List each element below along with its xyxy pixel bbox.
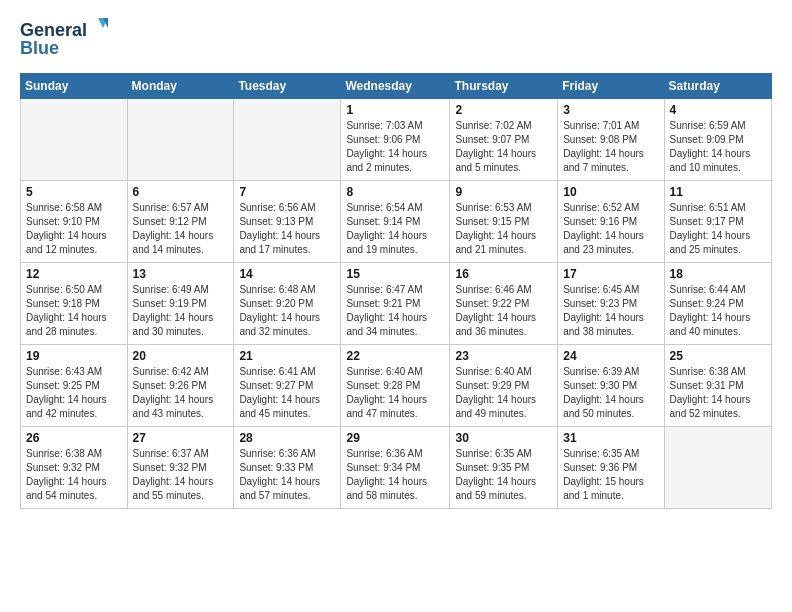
weekday-header-row: SundayMondayTuesdayWednesdayThursdayFrid…: [21, 74, 772, 99]
day-info: Sunrise: 6:40 AM Sunset: 9:28 PM Dayligh…: [346, 365, 444, 421]
day-info: Sunrise: 6:59 AM Sunset: 9:09 PM Dayligh…: [670, 119, 766, 175]
weekday-header-monday: Monday: [127, 74, 234, 99]
logo-svg: General Blue: [20, 16, 110, 61]
day-info: Sunrise: 6:50 AM Sunset: 9:18 PM Dayligh…: [26, 283, 122, 339]
logo: General Blue: [20, 16, 110, 61]
header: General Blue: [20, 16, 772, 61]
day-number: 25: [670, 349, 766, 363]
page: General Blue SundayMondayTuesdayWednesda…: [0, 0, 792, 519]
day-number: 18: [670, 267, 766, 281]
day-info: Sunrise: 6:35 AM Sunset: 9:36 PM Dayligh…: [563, 447, 658, 503]
day-info: Sunrise: 7:03 AM Sunset: 9:06 PM Dayligh…: [346, 119, 444, 175]
weekday-header-thursday: Thursday: [450, 74, 558, 99]
day-info: Sunrise: 6:56 AM Sunset: 9:13 PM Dayligh…: [239, 201, 335, 257]
day-info: Sunrise: 6:35 AM Sunset: 9:35 PM Dayligh…: [455, 447, 552, 503]
day-info: Sunrise: 6:36 AM Sunset: 9:33 PM Dayligh…: [239, 447, 335, 503]
day-number: 21: [239, 349, 335, 363]
day-info: Sunrise: 6:38 AM Sunset: 9:31 PM Dayligh…: [670, 365, 766, 421]
calendar-cell: 8Sunrise: 6:54 AM Sunset: 9:14 PM Daylig…: [341, 181, 450, 263]
calendar-cell: 6Sunrise: 6:57 AM Sunset: 9:12 PM Daylig…: [127, 181, 234, 263]
day-number: 26: [26, 431, 122, 445]
day-info: Sunrise: 6:42 AM Sunset: 9:26 PM Dayligh…: [133, 365, 229, 421]
calendar-cell: 27Sunrise: 6:37 AM Sunset: 9:32 PM Dayli…: [127, 427, 234, 509]
calendar-cell: 29Sunrise: 6:36 AM Sunset: 9:34 PM Dayli…: [341, 427, 450, 509]
day-info: Sunrise: 7:01 AM Sunset: 9:08 PM Dayligh…: [563, 119, 658, 175]
calendar-cell: 20Sunrise: 6:42 AM Sunset: 9:26 PM Dayli…: [127, 345, 234, 427]
day-info: Sunrise: 6:36 AM Sunset: 9:34 PM Dayligh…: [346, 447, 444, 503]
day-info: Sunrise: 6:45 AM Sunset: 9:23 PM Dayligh…: [563, 283, 658, 339]
calendar-cell: 15Sunrise: 6:47 AM Sunset: 9:21 PM Dayli…: [341, 263, 450, 345]
calendar-cell: 17Sunrise: 6:45 AM Sunset: 9:23 PM Dayli…: [558, 263, 664, 345]
day-number: 13: [133, 267, 229, 281]
calendar-cell: 22Sunrise: 6:40 AM Sunset: 9:28 PM Dayli…: [341, 345, 450, 427]
day-info: Sunrise: 6:53 AM Sunset: 9:15 PM Dayligh…: [455, 201, 552, 257]
calendar-cell: 4Sunrise: 6:59 AM Sunset: 9:09 PM Daylig…: [664, 99, 771, 181]
week-row-1: 5Sunrise: 6:58 AM Sunset: 9:10 PM Daylig…: [21, 181, 772, 263]
day-number: 5: [26, 185, 122, 199]
weekday-header-tuesday: Tuesday: [234, 74, 341, 99]
week-row-3: 19Sunrise: 6:43 AM Sunset: 9:25 PM Dayli…: [21, 345, 772, 427]
day-number: 23: [455, 349, 552, 363]
day-info: Sunrise: 6:41 AM Sunset: 9:27 PM Dayligh…: [239, 365, 335, 421]
day-info: Sunrise: 6:47 AM Sunset: 9:21 PM Dayligh…: [346, 283, 444, 339]
day-info: Sunrise: 6:40 AM Sunset: 9:29 PM Dayligh…: [455, 365, 552, 421]
weekday-header-wednesday: Wednesday: [341, 74, 450, 99]
calendar-cell: [664, 427, 771, 509]
day-number: 9: [455, 185, 552, 199]
day-number: 27: [133, 431, 229, 445]
day-info: Sunrise: 6:58 AM Sunset: 9:10 PM Dayligh…: [26, 201, 122, 257]
calendar-cell: 25Sunrise: 6:38 AM Sunset: 9:31 PM Dayli…: [664, 345, 771, 427]
calendar-cell: 24Sunrise: 6:39 AM Sunset: 9:30 PM Dayli…: [558, 345, 664, 427]
calendar-cell: 14Sunrise: 6:48 AM Sunset: 9:20 PM Dayli…: [234, 263, 341, 345]
day-number: 11: [670, 185, 766, 199]
calendar-cell: 9Sunrise: 6:53 AM Sunset: 9:15 PM Daylig…: [450, 181, 558, 263]
weekday-header-friday: Friday: [558, 74, 664, 99]
weekday-header-sunday: Sunday: [21, 74, 128, 99]
week-row-2: 12Sunrise: 6:50 AM Sunset: 9:18 PM Dayli…: [21, 263, 772, 345]
calendar-cell: 26Sunrise: 6:38 AM Sunset: 9:32 PM Dayli…: [21, 427, 128, 509]
day-number: 24: [563, 349, 658, 363]
day-info: Sunrise: 6:51 AM Sunset: 9:17 PM Dayligh…: [670, 201, 766, 257]
calendar-table: SundayMondayTuesdayWednesdayThursdayFrid…: [20, 73, 772, 509]
calendar-cell: [21, 99, 128, 181]
calendar-cell: 12Sunrise: 6:50 AM Sunset: 9:18 PM Dayli…: [21, 263, 128, 345]
week-row-0: 1Sunrise: 7:03 AM Sunset: 9:06 PM Daylig…: [21, 99, 772, 181]
week-row-4: 26Sunrise: 6:38 AM Sunset: 9:32 PM Dayli…: [21, 427, 772, 509]
svg-text:Blue: Blue: [20, 38, 59, 58]
calendar-cell: 28Sunrise: 6:36 AM Sunset: 9:33 PM Dayli…: [234, 427, 341, 509]
day-info: Sunrise: 6:48 AM Sunset: 9:20 PM Dayligh…: [239, 283, 335, 339]
calendar-cell: 18Sunrise: 6:44 AM Sunset: 9:24 PM Dayli…: [664, 263, 771, 345]
day-number: 20: [133, 349, 229, 363]
calendar-cell: 1Sunrise: 7:03 AM Sunset: 9:06 PM Daylig…: [341, 99, 450, 181]
day-info: Sunrise: 6:54 AM Sunset: 9:14 PM Dayligh…: [346, 201, 444, 257]
calendar-cell: 7Sunrise: 6:56 AM Sunset: 9:13 PM Daylig…: [234, 181, 341, 263]
day-info: Sunrise: 7:02 AM Sunset: 9:07 PM Dayligh…: [455, 119, 552, 175]
svg-text:General: General: [20, 20, 87, 40]
calendar-cell: [234, 99, 341, 181]
day-number: 15: [346, 267, 444, 281]
calendar-cell: 11Sunrise: 6:51 AM Sunset: 9:17 PM Dayli…: [664, 181, 771, 263]
day-number: 4: [670, 103, 766, 117]
day-info: Sunrise: 6:46 AM Sunset: 9:22 PM Dayligh…: [455, 283, 552, 339]
weekday-header-saturday: Saturday: [664, 74, 771, 99]
day-info: Sunrise: 6:38 AM Sunset: 9:32 PM Dayligh…: [26, 447, 122, 503]
day-number: 16: [455, 267, 552, 281]
day-number: 2: [455, 103, 552, 117]
day-number: 10: [563, 185, 658, 199]
day-number: 30: [455, 431, 552, 445]
day-number: 17: [563, 267, 658, 281]
day-number: 19: [26, 349, 122, 363]
day-info: Sunrise: 6:44 AM Sunset: 9:24 PM Dayligh…: [670, 283, 766, 339]
day-number: 12: [26, 267, 122, 281]
day-number: 22: [346, 349, 444, 363]
day-number: 8: [346, 185, 444, 199]
calendar-cell: 3Sunrise: 7:01 AM Sunset: 9:08 PM Daylig…: [558, 99, 664, 181]
day-info: Sunrise: 6:39 AM Sunset: 9:30 PM Dayligh…: [563, 365, 658, 421]
day-info: Sunrise: 6:49 AM Sunset: 9:19 PM Dayligh…: [133, 283, 229, 339]
calendar-cell: 5Sunrise: 6:58 AM Sunset: 9:10 PM Daylig…: [21, 181, 128, 263]
day-number: 14: [239, 267, 335, 281]
calendar-cell: 10Sunrise: 6:52 AM Sunset: 9:16 PM Dayli…: [558, 181, 664, 263]
calendar-cell: 21Sunrise: 6:41 AM Sunset: 9:27 PM Dayli…: [234, 345, 341, 427]
day-info: Sunrise: 6:37 AM Sunset: 9:32 PM Dayligh…: [133, 447, 229, 503]
day-info: Sunrise: 6:52 AM Sunset: 9:16 PM Dayligh…: [563, 201, 658, 257]
